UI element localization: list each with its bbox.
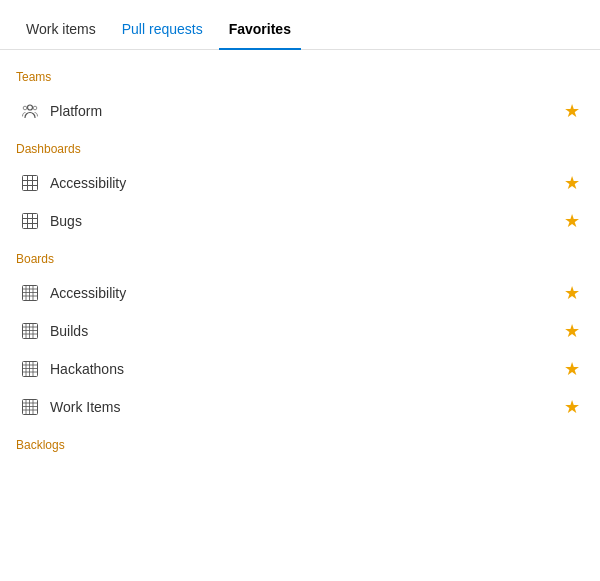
content-area: Teams Platform ★ Dashboards (0, 50, 600, 581)
section-header-backlogs: Backlogs (16, 434, 584, 456)
item-label-accessibility-dash: Accessibility (50, 175, 556, 191)
svg-rect-8 (23, 214, 38, 229)
tab-pull-requests[interactable]: Pull requests (112, 9, 213, 49)
section-header-teams: Teams (16, 66, 584, 88)
star-icon-accessibility-board[interactable]: ★ (564, 282, 580, 304)
team-icon (20, 101, 40, 121)
list-item-bugs-dash[interactable]: Bugs ★ (16, 202, 584, 240)
tab-favorites[interactable]: Favorites (219, 9, 301, 49)
svg-point-2 (23, 106, 27, 110)
svg-rect-27 (23, 362, 38, 377)
svg-rect-3 (23, 176, 38, 191)
board-icon-3 (20, 359, 40, 379)
star-icon-accessibility-dash[interactable]: ★ (564, 172, 580, 194)
dashboard-icon-2 (20, 211, 40, 231)
list-item-accessibility-dash[interactable]: Accessibility ★ (16, 164, 584, 202)
dashboard-icon (20, 173, 40, 193)
list-item-builds-board[interactable]: Builds ★ (16, 312, 584, 350)
board-icon (20, 283, 40, 303)
main-container: Work items Pull requests Favorites Teams (0, 0, 600, 581)
item-label-accessibility-board: Accessibility (50, 285, 556, 301)
star-icon-platform[interactable]: ★ (564, 100, 580, 122)
star-icon-bugs-dash[interactable]: ★ (564, 210, 580, 232)
list-item-platform[interactable]: Platform ★ (16, 92, 584, 130)
svg-rect-13 (23, 286, 38, 301)
star-icon-workitems-board[interactable]: ★ (564, 396, 580, 418)
item-label-platform: Platform (50, 103, 556, 119)
tab-bar: Work items Pull requests Favorites (0, 0, 600, 50)
list-item-accessibility-board[interactable]: Accessibility ★ (16, 274, 584, 312)
board-icon-4 (20, 397, 40, 417)
star-icon-hackathons-board[interactable]: ★ (564, 358, 580, 380)
svg-point-0 (28, 105, 33, 110)
section-header-boards: Boards (16, 248, 584, 270)
star-icon-builds-board[interactable]: ★ (564, 320, 580, 342)
svg-rect-20 (23, 324, 38, 339)
list-item-hackathons-board[interactable]: Hackathons ★ (16, 350, 584, 388)
list-item-workitems-board[interactable]: Work Items ★ (16, 388, 584, 426)
item-label-hackathons-board: Hackathons (50, 361, 556, 377)
svg-point-1 (33, 106, 37, 110)
svg-rect-34 (23, 400, 38, 415)
item-label-builds-board: Builds (50, 323, 556, 339)
board-icon-2 (20, 321, 40, 341)
item-label-bugs-dash: Bugs (50, 213, 556, 229)
section-header-dashboards: Dashboards (16, 138, 584, 160)
tab-work-items[interactable]: Work items (16, 9, 106, 49)
item-label-workitems-board: Work Items (50, 399, 556, 415)
